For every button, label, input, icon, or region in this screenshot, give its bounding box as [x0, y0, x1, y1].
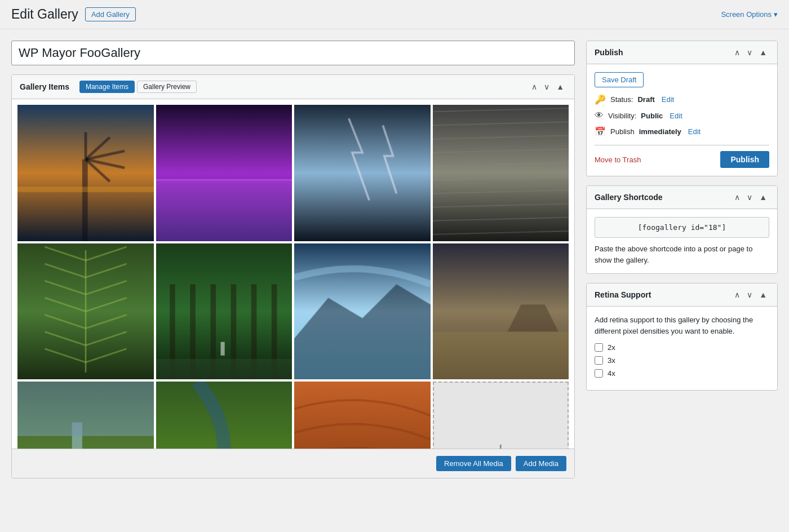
retina-3x-row: 3x — [595, 356, 769, 365]
visibility-icon: 👁 — [595, 110, 604, 121]
chevron-down-icon: ▾ — [774, 10, 778, 19]
publish-value: immediately — [639, 127, 681, 136]
save-draft-button[interactable]: Save Draft — [595, 72, 644, 87]
gallery-footer: Remove All Media Add Media — [12, 449, 574, 478]
main-content: Gallery Items Manage Items Gallery Previ… — [0, 29, 789, 490]
publish-meta: 🔑 Status: Draft Edit 👁 Visibility: Publi… — [595, 94, 769, 137]
gallery-title-input[interactable] — [11, 41, 575, 65]
publish-button[interactable]: Publish — [720, 151, 769, 168]
retina-ctrl-collapse[interactable]: ▲ — [757, 289, 769, 300]
shortcode-panel-controls: ∧ ∨ ▲ — [732, 192, 769, 203]
publish-ctrl-down[interactable]: ∨ — [744, 47, 755, 58]
image-item-6[interactable] — [156, 243, 292, 380]
visibility-row: 👁 Visibility: Public Edit — [595, 110, 769, 121]
shortcode-ctrl-up[interactable]: ∧ — [732, 192, 742, 203]
admin-header: Edit Gallery Add Gallery Screen Options … — [0, 0, 789, 29]
gallery-items-title: Gallery Items — [20, 82, 69, 91]
image-item-7[interactable] — [294, 243, 431, 380]
retina-3x-checkbox[interactable] — [595, 356, 603, 365]
image-item-4[interactable] — [433, 105, 569, 241]
left-column: Gallery Items Manage Items Gallery Previ… — [11, 41, 575, 478]
status-label: Status: — [610, 95, 633, 104]
gallery-collapse-up[interactable]: ∧ — [529, 81, 539, 92]
gallery-items-tabs: Manage Items Gallery Preview — [79, 81, 197, 93]
calendar-icon: 📅 — [595, 126, 606, 137]
gallery-collapse-down[interactable]: ∨ — [542, 81, 552, 92]
image-item-9[interactable] — [17, 382, 154, 449]
publish-footer: Move to Trash Publish — [595, 145, 769, 168]
publish-panel-title: Publish — [595, 48, 623, 57]
add-media-button[interactable]: Add Media — [516, 456, 566, 471]
retina-4x-row: 4x — [595, 369, 769, 378]
retina-panel-controls: ∧ ∨ ▲ — [732, 289, 769, 300]
remove-all-media-button[interactable]: Remove All Media — [436, 456, 511, 471]
add-gallery-button[interactable]: Add Gallery — [85, 7, 136, 21]
image-item-11[interactable] — [294, 382, 431, 449]
right-column: Publish ∧ ∨ ▲ Save Draft 🔑 Status: Draft… — [586, 41, 778, 391]
retina-panel-header: Retina Support ∧ ∨ ▲ — [587, 283, 777, 307]
screen-options-button[interactable]: Screen Options ▾ — [721, 10, 778, 19]
image-grid: + — [17, 105, 569, 449]
image-item-5[interactable] — [17, 243, 154, 380]
retina-2x-label: 2x — [608, 343, 615, 352]
publish-ctrl-up[interactable]: ∧ — [732, 47, 742, 58]
retina-3x-label: 3x — [608, 356, 615, 365]
gallery-items-box: Gallery Items Manage Items Gallery Previ… — [11, 74, 575, 478]
status-row: 🔑 Status: Draft Edit — [595, 94, 769, 105]
tab-manage-items[interactable]: Manage Items — [79, 81, 135, 93]
retina-ctrl-down[interactable]: ∨ — [744, 289, 755, 300]
shortcode-ctrl-collapse[interactable]: ▲ — [757, 192, 769, 203]
publish-time-row: 📅 Publish immediately Edit — [595, 126, 769, 137]
publish-panel-controls: ∧ ∨ ▲ — [732, 47, 769, 58]
shortcode-panel-header: Gallery Shortcode ∧ ∨ ▲ — [587, 186, 777, 209]
visibility-edit-link[interactable]: Edit — [670, 112, 682, 120]
shortcode-description: Paste the above shortcode into a post or… — [595, 243, 769, 265]
retina-2x-checkbox[interactable] — [595, 343, 603, 352]
gallery-header-controls: ∧ ∨ ▲ — [529, 81, 566, 92]
retina-description: Add retina support to this gallery by ch… — [595, 314, 769, 336]
retina-2x-row: 2x — [595, 343, 769, 352]
shortcode-ctrl-down[interactable]: ∨ — [744, 192, 755, 203]
page-title: Edit Gallery — [11, 7, 78, 22]
publish-panel-header: Publish ∧ ∨ ▲ — [587, 41, 777, 64]
image-grid-wrapper: + — [12, 99, 574, 449]
gallery-items-header: Gallery Items Manage Items Gallery Previ… — [12, 75, 574, 99]
status-value: Draft — [637, 95, 654, 104]
retina-4x-label: 4x — [608, 369, 615, 378]
publish-ctrl-collapse[interactable]: ▲ — [757, 47, 769, 58]
image-item-2[interactable] — [156, 105, 292, 241]
status-icon: 🔑 — [595, 94, 606, 105]
shortcode-value[interactable]: [foogallery id="18"] — [595, 217, 769, 238]
plus-icon: + — [495, 438, 507, 449]
visibility-value: Public — [641, 112, 663, 120]
retina-panel: Retina Support ∧ ∨ ▲ Add retina support … — [586, 283, 778, 391]
image-item-10[interactable] — [156, 382, 292, 449]
shortcode-panel: Gallery Shortcode ∧ ∨ ▲ [foogallery id="… — [586, 185, 778, 274]
shortcode-panel-title: Gallery Shortcode — [595, 193, 663, 202]
header-left: Edit Gallery Add Gallery — [11, 7, 136, 22]
status-edit-link[interactable]: Edit — [662, 95, 674, 104]
retina-ctrl-up[interactable]: ∧ — [732, 289, 742, 300]
publish-label: Publish — [610, 127, 635, 136]
publish-panel: Publish ∧ ∨ ▲ Save Draft 🔑 Status: Draft… — [586, 41, 778, 176]
retina-panel-title: Retina Support — [595, 290, 651, 299]
publish-panel-body: Save Draft 🔑 Status: Draft Edit 👁 Visibi… — [587, 64, 777, 176]
retina-panel-body: Add retina support to this gallery by ch… — [587, 307, 777, 390]
add-media-cell[interactable]: + — [433, 382, 569, 449]
move-to-trash-link[interactable]: Move to Trash — [595, 156, 641, 164]
retina-4x-checkbox[interactable] — [595, 369, 603, 378]
image-item-1[interactable] — [17, 105, 154, 241]
tab-gallery-preview[interactable]: Gallery Preview — [137, 81, 197, 93]
image-item-8[interactable] — [433, 243, 569, 380]
gallery-collapse-toggle[interactable]: ▲ — [554, 81, 566, 92]
visibility-label: Visibility: — [608, 112, 636, 120]
shortcode-panel-body: [foogallery id="18"] Paste the above sho… — [587, 209, 777, 273]
image-item-3[interactable] — [294, 105, 431, 241]
publish-edit-link[interactable]: Edit — [688, 127, 701, 136]
